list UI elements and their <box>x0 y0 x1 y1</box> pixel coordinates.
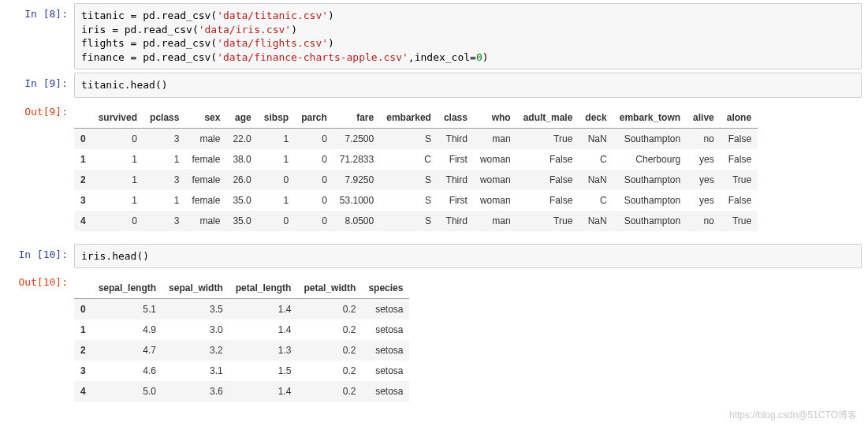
table-row: 403male35.0008.0500SThirdmanTrueNaNSouth… <box>74 211 758 231</box>
code-text: 'data/finance-charts-apple.csv' <box>217 51 408 63</box>
table-cell: 1 <box>258 149 295 170</box>
table-cell: 0.2 <box>297 320 362 340</box>
table-cell: C <box>380 149 438 170</box>
table-cell: 1 <box>143 149 185 170</box>
table-cell: 0 <box>258 211 295 231</box>
in-prompt: In [8]: <box>6 3 74 69</box>
column-header: sepal_length <box>92 278 162 299</box>
code-text: 'data/titanic.csv' <box>217 9 328 21</box>
row-index: 0 <box>74 299 92 320</box>
table-cell: NaN <box>579 128 613 149</box>
code-text: ) <box>328 9 334 21</box>
column-header: alive <box>687 107 721 129</box>
table-cell: Southampton <box>613 170 687 190</box>
table-cell: setosa <box>362 361 409 381</box>
table-cell: 3 <box>143 170 185 190</box>
table-cell: False <box>517 190 579 211</box>
code-cell[interactable]: iris.head() <box>74 244 862 269</box>
table-cell: 1 <box>92 149 143 170</box>
code-text: ) <box>291 24 297 36</box>
table-cell: 0 <box>295 128 333 149</box>
table-cell: 0.2 <box>297 361 362 381</box>
table-cell: woman <box>474 149 517 170</box>
table-cell: S <box>380 128 438 149</box>
code-text: iris = pd.read_csv( <box>81 24 199 36</box>
table-cell: 4.7 <box>92 340 162 361</box>
row-index: 0 <box>74 128 92 149</box>
table-cell: setosa <box>362 299 409 320</box>
dataframe-table: sepal_lengthsepal_widthpetal_lengthpetal… <box>74 278 409 402</box>
table-cell: yes <box>687 149 721 170</box>
table-cell: 5.0 <box>92 381 162 402</box>
table-cell: 1 <box>258 190 295 211</box>
table-cell: 26.0 <box>226 170 257 190</box>
table-cell: False <box>517 149 579 170</box>
table-cell: C <box>579 149 613 170</box>
code-cell[interactable]: titanic.head() <box>74 73 862 98</box>
out-prompt: Out[9]: <box>6 101 74 241</box>
table-cell: yes <box>687 170 721 190</box>
column-header: embarked <box>380 107 438 129</box>
row-index: 4 <box>74 381 92 402</box>
table-cell: First <box>438 149 474 170</box>
column-header: deck <box>579 107 613 129</box>
table-cell: True <box>517 128 579 149</box>
table-cell: 0 <box>92 128 143 149</box>
column-header: alone <box>721 107 758 129</box>
table-cell: True <box>517 211 579 231</box>
row-index: 3 <box>74 361 92 381</box>
table-cell: 1 <box>258 128 295 149</box>
table-cell: 7.2500 <box>333 128 380 149</box>
table-cell: S <box>380 170 438 190</box>
table-cell: 0 <box>295 190 333 211</box>
table-cell: Southampton <box>613 128 687 149</box>
column-header: parch <box>295 107 333 129</box>
table-cell: 1.5 <box>229 361 298 381</box>
column-header: fare <box>333 107 380 129</box>
table-cell: 5.1 <box>92 299 162 320</box>
table-cell: no <box>687 128 721 149</box>
column-header: species <box>362 278 409 299</box>
table-cell: female <box>185 170 226 190</box>
column-header: age <box>226 107 257 129</box>
table-cell: 35.0 <box>226 211 257 231</box>
table-cell: S <box>380 190 438 211</box>
row-index: 2 <box>74 340 92 361</box>
table-cell: False <box>721 190 758 211</box>
in-prompt: In [9]: <box>6 73 74 98</box>
cell-output: Out[10]:sepal_lengthsepal_widthpetal_len… <box>6 271 862 411</box>
table-cell: woman <box>474 170 517 190</box>
row-index: 1 <box>74 320 92 340</box>
table-row: 111female38.01071.2833CFirstwomanFalseCC… <box>74 149 758 170</box>
cell-output: Out[9]:survivedpclasssexagesibspparchfar… <box>6 101 862 241</box>
cell-input: In [9]:titanic.head() <box>6 73 862 98</box>
code-text: 0 <box>476 51 482 63</box>
table-cell: 0 <box>295 211 333 231</box>
table-row: 45.03.61.40.2setosa <box>74 381 409 402</box>
dataframe-table: survivedpclasssexagesibspparchfareembark… <box>74 107 758 231</box>
table-cell: 7.9250 <box>333 170 380 190</box>
code-text: 'data/iris.csv' <box>199 24 291 36</box>
table-cell: 0 <box>92 211 143 231</box>
code-text: ) <box>328 37 334 49</box>
in-prompt: In [10]: <box>6 244 74 269</box>
table-cell: S <box>380 211 438 231</box>
column-header <box>74 278 92 299</box>
table-cell: male <box>185 211 226 231</box>
table-cell: 4.6 <box>92 361 162 381</box>
table-cell: yes <box>687 190 721 211</box>
table-cell: female <box>185 149 226 170</box>
table-cell: False <box>517 170 579 190</box>
table-cell: 1.3 <box>229 340 298 361</box>
column-header: survived <box>92 107 143 129</box>
table-row: 05.13.51.40.2setosa <box>74 299 409 320</box>
table-cell: 3 <box>143 128 185 149</box>
table-cell: 22.0 <box>226 128 257 149</box>
row-index: 2 <box>74 170 92 190</box>
code-cell[interactable]: titanic = pd.read_csv('data/titanic.csv'… <box>74 3 862 69</box>
table-cell: 1.4 <box>229 381 298 402</box>
table-cell: C <box>579 190 613 211</box>
table-cell: 3.1 <box>162 361 229 381</box>
table-cell: 53.1000 <box>333 190 380 211</box>
column-header: sibsp <box>258 107 295 129</box>
